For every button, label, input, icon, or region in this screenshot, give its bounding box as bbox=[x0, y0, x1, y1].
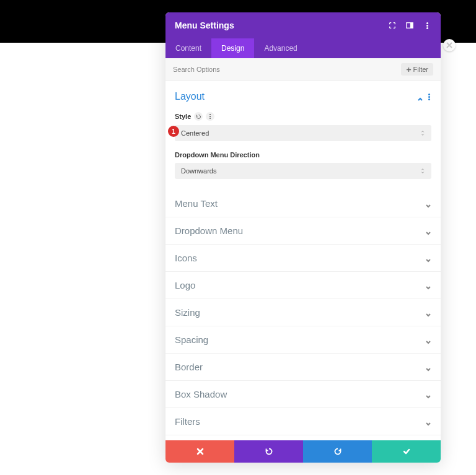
section-sizing[interactable]: Sizing bbox=[165, 299, 441, 326]
kebab-icon bbox=[425, 21, 430, 30]
dropdown-direction-group: Dropdown Menu Direction Downwards bbox=[175, 151, 431, 179]
section-title: Box Shadow bbox=[175, 389, 227, 399]
panel-header: Menu Settings bbox=[165, 12, 441, 38]
panel-close-button[interactable] bbox=[443, 39, 456, 51]
panel-title: Menu Settings bbox=[175, 20, 234, 30]
section-box-shadow[interactable]: Box Shadow bbox=[165, 381, 441, 408]
chevron-down-icon bbox=[425, 255, 431, 261]
style-select-wrapper: 1 Centered bbox=[175, 125, 431, 141]
section-filters[interactable]: Filters bbox=[165, 408, 441, 435]
header-menu-button[interactable] bbox=[423, 21, 431, 30]
dropdown-direction-value: Downwards bbox=[181, 167, 216, 175]
close-icon bbox=[446, 42, 452, 48]
section-title: Dropdown Menu bbox=[175, 225, 243, 236]
cancel-button[interactable] bbox=[165, 440, 234, 463]
redo-button[interactable] bbox=[303, 440, 372, 463]
section-menu-button[interactable] bbox=[427, 92, 431, 102]
section-title: Menu Text bbox=[175, 198, 218, 209]
section-title: Filters bbox=[175, 416, 200, 427]
chevron-down-icon bbox=[425, 337, 431, 343]
section-dropdown-menu[interactable]: Dropdown Menu bbox=[165, 217, 441, 245]
section-logo[interactable]: Logo bbox=[165, 272, 441, 299]
section-menu-text[interactable]: Menu Text bbox=[165, 190, 441, 217]
style-select[interactable]: Centered bbox=[175, 125, 431, 141]
redo-icon bbox=[333, 447, 342, 456]
section-transform[interactable]: Transform bbox=[165, 435, 441, 440]
check-icon bbox=[402, 447, 411, 456]
undo-icon bbox=[196, 114, 201, 120]
section-border[interactable]: Border bbox=[165, 354, 441, 381]
chevron-down-icon bbox=[425, 419, 431, 425]
chevron-down-icon bbox=[425, 228, 431, 234]
style-label-row: Style bbox=[175, 112, 431, 121]
chevron-down-icon bbox=[425, 282, 431, 289]
chevron-down-icon bbox=[425, 201, 431, 207]
chevron-down-icon bbox=[425, 310, 431, 316]
style-menu-button[interactable] bbox=[206, 112, 214, 121]
undo-button[interactable] bbox=[234, 440, 303, 463]
tabs: Content Design Advanced bbox=[165, 38, 441, 58]
section-title: Icons bbox=[175, 253, 197, 263]
section-title: Spacing bbox=[175, 334, 208, 345]
close-icon bbox=[196, 447, 205, 456]
sort-icon bbox=[420, 130, 425, 136]
tab-advanced[interactable]: Advanced bbox=[254, 38, 307, 58]
chevron-down-icon bbox=[425, 391, 431, 398]
chevron-down-icon bbox=[425, 364, 431, 370]
panel-footer bbox=[165, 440, 441, 463]
sort-icon bbox=[420, 168, 425, 174]
style-reset-button[interactable] bbox=[194, 112, 203, 121]
filter-label: Filter bbox=[413, 66, 428, 73]
header-actions bbox=[388, 21, 431, 30]
expand-button[interactable] bbox=[388, 21, 397, 30]
section-title: Sizing bbox=[175, 307, 200, 318]
annotation-badge-1: 1 bbox=[168, 126, 179, 137]
panel-body[interactable]: Layout Style 1 Centered bbox=[165, 81, 441, 440]
expand-icon bbox=[389, 22, 396, 29]
search-input[interactable]: Search Options bbox=[173, 66, 220, 73]
snap-button[interactable] bbox=[405, 21, 414, 30]
search-row: Search Options Filter bbox=[165, 58, 441, 81]
panel-icon bbox=[406, 22, 413, 29]
section-layout-title: Layout bbox=[175, 91, 205, 102]
style-label: Style bbox=[175, 113, 191, 120]
dropdown-direction-label: Dropdown Menu Direction bbox=[175, 151, 260, 159]
section-title: Border bbox=[175, 362, 203, 372]
style-value: Centered bbox=[181, 129, 209, 137]
svg-rect-1 bbox=[410, 23, 413, 28]
section-spacing[interactable]: Spacing bbox=[165, 326, 441, 354]
chevron-up-icon bbox=[417, 94, 423, 100]
undo-icon bbox=[265, 447, 273, 456]
section-layout-header[interactable]: Layout bbox=[165, 81, 441, 110]
filter-button[interactable]: Filter bbox=[401, 63, 433, 76]
section-layout-content: Style 1 Centered Dropdown Menu Direction bbox=[165, 112, 441, 190]
plus-icon bbox=[406, 67, 412, 72]
section-title: Logo bbox=[175, 280, 195, 290]
section-icons[interactable]: Icons bbox=[165, 245, 441, 272]
settings-panel: Menu Settings Content Design Advanced Se… bbox=[165, 12, 441, 463]
save-button[interactable] bbox=[372, 440, 441, 463]
tab-design[interactable]: Design bbox=[211, 38, 254, 58]
tab-content[interactable]: Content bbox=[165, 38, 211, 58]
dropdown-direction-select[interactable]: Downwards bbox=[175, 163, 431, 179]
